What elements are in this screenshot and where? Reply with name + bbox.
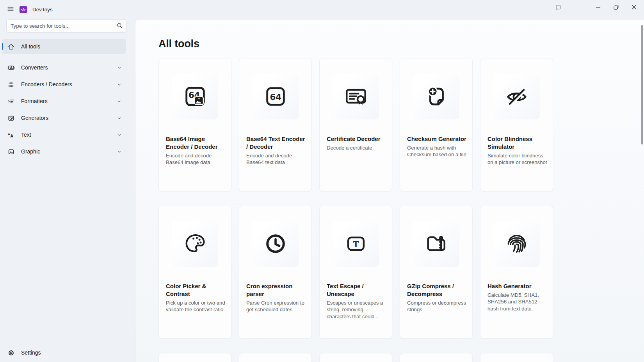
tool-icon-area: [320, 59, 392, 134]
tool-card-description: Encode and decode Base64 text data: [246, 152, 306, 166]
sidebar-item-converters[interactable]: Converters: [2, 60, 126, 75]
tool-card-partial[interactable]: [400, 353, 473, 362]
tool-card-partial[interactable]: [319, 353, 392, 362]
tool-icon-area: [239, 206, 311, 281]
tool-card-description: Encode and decode Base64 image data: [166, 152, 226, 166]
graphic-icon: [7, 148, 15, 155]
tool-card-color-blindness-simulator[interactable]: Color Blindness Simulator Simulate color…: [480, 59, 553, 191]
sidebar-item-graphic[interactable]: Graphic: [2, 144, 126, 159]
chevron-down-icon: [116, 64, 123, 71]
tool-icon-area: [480, 206, 553, 281]
restore-icon: [612, 4, 620, 12]
tool-card-partial[interactable]: [158, 353, 231, 362]
tool-card-title: Hash Generator: [487, 282, 547, 290]
compact-overlay-icon: [554, 4, 562, 12]
text-escape-icon: T: [333, 221, 379, 267]
tool-icon-area: T: [320, 206, 392, 281]
sidebar-item-label: Text: [21, 132, 116, 138]
chevron-down-icon: [116, 115, 123, 121]
settings-label: Settings: [21, 350, 41, 356]
clock-icon: [253, 221, 299, 267]
maximize-restore-button[interactable]: [607, 0, 625, 16]
home-icon: [7, 43, 15, 50]
tool-card-title: Base64 Text Encoder / Decoder: [246, 135, 306, 151]
main-panel: All tools 64 Base64 Image Encoder / Deco…: [135, 19, 644, 362]
tool-card-text-escape-unescape[interactable]: T Text Escape / Unescape Escapes or unes…: [319, 206, 392, 339]
devtoys-logo: </>: [20, 6, 27, 13]
vertical-scrollbar[interactable]: [641, 25, 643, 144]
base64-image-icon: 64: [172, 73, 218, 119]
tool-card-description: Decode a certificate: [327, 144, 386, 152]
tool-card-base64-text-encoder-decoder[interactable]: 64 Base64 Text Encoder / Decoder Encode …: [239, 59, 312, 191]
tool-card-title: Certificate Decoder: [327, 135, 386, 143]
tool-card-title: GZip Compress / Decompress: [407, 282, 467, 298]
tool-card-description: Compress or decompress strings: [407, 300, 467, 313]
base64-text-icon: 64: [253, 73, 299, 119]
tool-icon-area: [159, 206, 231, 281]
window-controls: [549, 0, 643, 16]
gear-icon: [7, 349, 15, 357]
tool-card-description: Escapes or unescapes a string, removing …: [327, 300, 386, 320]
search-button[interactable]: [114, 21, 125, 31]
page-title: All tools: [158, 38, 199, 50]
tool-card-color-picker-contrast[interactable]: Color Picker & Contrast Pick up a color …: [158, 206, 231, 339]
sidebar-item-label: Encoders / Decoders: [21, 81, 116, 87]
tool-card-partial[interactable]: [480, 353, 553, 362]
sidebar-item-label: All tools: [21, 43, 126, 50]
sidebar-item-encoders-decoders[interactable]: 10110110Encoders / Decoders: [2, 77, 126, 92]
svg-text:0110: 0110: [8, 85, 13, 87]
generators-icon: [7, 114, 15, 122]
tool-card-title: Text Escape / Unescape: [327, 282, 386, 298]
search-icon: [116, 22, 123, 30]
tool-card-description: Parse Cron expression to get scheduled d…: [246, 300, 306, 313]
close-button[interactable]: [625, 0, 643, 16]
logo-glyph: </>: [21, 8, 25, 12]
chevron-down-icon: [116, 148, 123, 155]
tool-card-description: Generate a hash with Checksum based on a…: [407, 144, 467, 158]
sidebar-nav: All toolsConverters10110110Encoders / De…: [2, 39, 126, 160]
close-icon: [630, 4, 638, 12]
svg-text:A: A: [10, 133, 13, 138]
tool-icon-area: 64: [239, 59, 311, 134]
tool-card-title: Color Picker & Contrast: [166, 282, 226, 298]
tool-icon-area: 64: [159, 59, 231, 134]
color-blindness-icon: [494, 73, 540, 119]
tool-card-cron-expression-parser[interactable]: Cron expression parser Parse Cron expres…: [239, 206, 312, 339]
compact-overlay-button[interactable]: [549, 0, 567, 16]
tool-card-partial[interactable]: [239, 353, 312, 362]
palette-icon: [172, 221, 218, 267]
encoders-icon: 10110110: [7, 80, 15, 88]
tool-card-title: Checksum Generator: [407, 135, 467, 143]
chevron-down-icon: [116, 81, 123, 88]
sidebar-item-all-tools[interactable]: All tools: [2, 39, 126, 54]
text-icon: AA: [7, 131, 15, 139]
tool-icon-area: [480, 59, 553, 134]
sidebar-item-text[interactable]: AAText: [2, 127, 126, 143]
hamburger-menu-button[interactable]: [4, 3, 17, 16]
sidebar-item-settings[interactable]: Settings: [2, 345, 131, 360]
sidebar-item-label: Graphic: [21, 148, 116, 155]
tool-card-certificate-decoder[interactable]: Certificate Decoder Decode a certificate: [319, 59, 392, 191]
tool-icon-area: [400, 59, 472, 134]
chevron-down-icon: [116, 132, 123, 138]
svg-text:64: 64: [270, 92, 281, 102]
tool-card-description: Pick up a color or two and validate the …: [166, 300, 226, 313]
svg-text:1011: 1011: [8, 82, 13, 85]
svg-text:T: T: [353, 239, 359, 249]
minimize-icon: [594, 4, 602, 12]
minimize-button[interactable]: [589, 0, 607, 16]
tool-card-description: Calculate MD5, SHA1, SHA256 and SHA512 h…: [487, 292, 547, 312]
sidebar-item-generators[interactable]: Generators: [2, 110, 126, 126]
chevron-down-icon: [116, 98, 123, 105]
tool-card-gzip-compress-decompress[interactable]: GZip Compress / Decompress Compress or d…: [400, 206, 473, 339]
tool-card-checksum-generator[interactable]: Checksum Generator Generate a hash with …: [400, 59, 473, 191]
converters-icon: [7, 64, 15, 71]
sidebar-item-formatters[interactable]: Formatters: [2, 93, 126, 109]
tool-card-hash-generator[interactable]: Hash Generator Calculate MD5, SHA1, SHA2…: [480, 206, 553, 339]
search-input[interactable]: [7, 23, 114, 29]
search-box: [6, 20, 127, 32]
fingerprint-icon: [494, 221, 540, 267]
tool-card-base64-image-encoder-decoder[interactable]: 64 Base64 Image Encoder / Decoder Encode…: [158, 59, 231, 191]
certificate-icon: [333, 73, 379, 119]
app-title: DevToys: [32, 7, 53, 12]
